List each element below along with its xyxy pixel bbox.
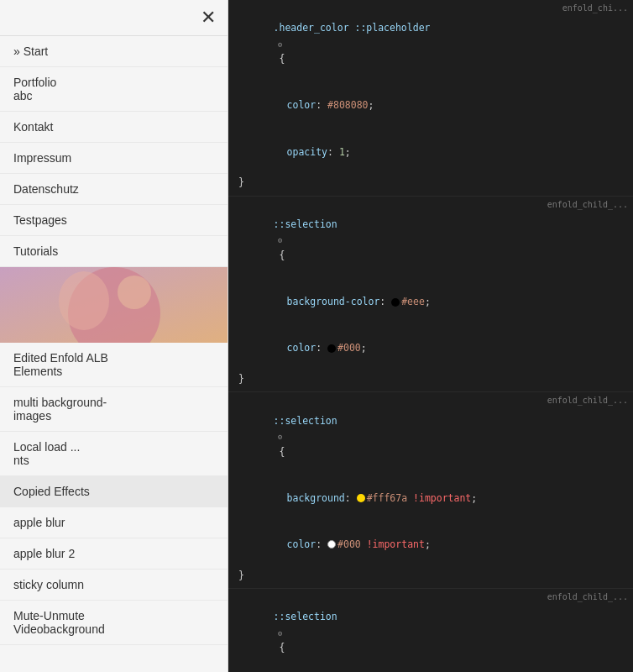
code-line-selector-2: ::selection ⚙ { xyxy=(238,202,623,279)
code-line-close-2: } xyxy=(238,371,623,386)
sidebar-item-start[interactable]: » Start xyxy=(0,36,228,67)
svg-point-2 xyxy=(59,271,109,330)
color-swatch-black-color-2 xyxy=(327,344,336,353)
sidebar-label-tutorials: Tutorials xyxy=(13,244,214,258)
code-line-close-1: } xyxy=(238,175,623,190)
code-line-opacity-1: opacity: 1; xyxy=(238,129,623,175)
svg-point-3 xyxy=(118,276,151,309)
code-block-1: enfold_chi... .header_color ::placeholde… xyxy=(228,0,633,197)
code-line-color-1: color: #808080; xyxy=(238,82,623,129)
sidebar-item-kontakt[interactable]: Kontakt xyxy=(0,112,228,143)
sidebar-item-edited[interactable]: Edited Enfold ALBElements xyxy=(0,343,228,387)
sidebar-label-edited: Edited Enfold ALBElements xyxy=(13,351,214,378)
sidebar-label-testpages: Testpages xyxy=(13,213,214,227)
sidebar-label-portfolio: Portfolioabc xyxy=(13,76,214,102)
sidebar-header: ✕ xyxy=(0,0,228,36)
sidebar-item-impressum[interactable]: Impressum xyxy=(0,143,228,174)
code-block-4: enfold_child_... ::selection ⚙ { backgro… xyxy=(228,589,633,672)
code-line-selector-1: .header_color ::placeholder ⚙ { xyxy=(238,5,623,82)
sidebar-thumbnail xyxy=(0,267,228,343)
code-line-bg-2: background-color: #eee; xyxy=(238,279,623,325)
color-swatch-white-3 xyxy=(327,540,336,549)
filename-1: enfold_chi... xyxy=(562,3,628,13)
sidebar-label-impressum: Impressum xyxy=(13,151,214,165)
sidebar-item-copied-effects[interactable]: Copied Effects xyxy=(0,476,228,507)
filename-4: enfold_child_... xyxy=(547,592,628,601)
code-block-2: enfold_child_... ::selection ⚙ { backgro… xyxy=(228,197,633,393)
sidebar: ✕ » Start Portfolioabc Kontakt Impressum… xyxy=(0,0,228,672)
sidebar-item-apple-blur[interactable]: apple blur xyxy=(0,507,228,538)
code-line-bg-3: background: #fff67a !important; xyxy=(238,475,623,521)
code-line-close-3: } xyxy=(238,568,623,583)
color-swatch-black-2 xyxy=(391,298,400,307)
sidebar-item-mute-unmute[interactable]: Mute-UnmuteVideobackground xyxy=(0,601,228,645)
sidebar-item-tutorials[interactable]: Tutorials xyxy=(0,236,228,267)
code-line-selector-4: ::selection ⚙ { xyxy=(238,594,623,671)
sidebar-item-apple-blur-2[interactable]: apple blur 2 xyxy=(0,538,228,570)
sidebar-label-apple-blur-2: apple blur 2 xyxy=(13,547,214,560)
sidebar-item-testpages[interactable]: Testpages xyxy=(0,205,228,236)
code-block-3: enfold_child_... ::selection ⚙ { backgro… xyxy=(228,392,633,589)
sidebar-label-copied-effects: Copied Effects xyxy=(13,485,214,498)
code-line-selector-3: ::selection ⚙ { xyxy=(238,397,623,475)
code-line-color-2: color: #000; xyxy=(238,325,623,371)
sidebar-label-apple-blur: apple blur xyxy=(13,516,214,529)
color-swatch-yellow-3 xyxy=(357,494,365,502)
sidebar-label-multi: multi background-images xyxy=(13,396,214,423)
close-button[interactable]: ✕ xyxy=(201,8,216,27)
sidebar-label-mute-unmute: Mute-UnmuteVideobackground xyxy=(13,609,214,636)
thumbnail-image xyxy=(0,267,228,343)
sidebar-label-sticky-column: sticky column xyxy=(13,578,214,591)
sidebar-item-portfolio[interactable]: Portfolioabc xyxy=(0,67,228,112)
sidebar-label-local-load: Local load ...nts xyxy=(13,440,214,467)
code-line-color-3: color: #000 !important; xyxy=(238,522,623,568)
sidebar-item-datenschutz[interactable]: Datenschutz xyxy=(0,174,228,205)
filename-3: enfold_child_... xyxy=(547,396,628,405)
sidebar-label-start: » Start xyxy=(13,45,214,58)
sidebar-item-local-load[interactable]: Local load ...nts xyxy=(0,432,228,476)
sidebar-item-multi[interactable]: multi background-images xyxy=(0,387,228,432)
sidebar-item-sticky-column[interactable]: sticky column xyxy=(0,570,228,601)
sidebar-label-datenschutz: Datenschutz xyxy=(13,182,214,196)
sidebar-label-kontakt: Kontakt xyxy=(13,120,214,134)
code-panel: enfold_chi... .header_color ::placeholde… xyxy=(228,0,633,672)
filename-2: enfold_child_... xyxy=(547,200,628,209)
